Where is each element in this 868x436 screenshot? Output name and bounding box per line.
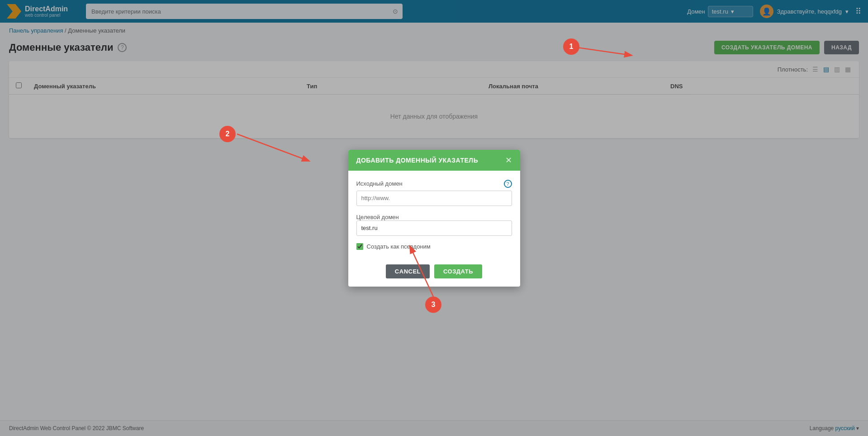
alias-checkbox[interactable] [356,243,363,250]
modal-footer: CANCEL СОЗДАТЬ [348,259,520,287]
modal-overlay[interactable]: ДОБАВИТЬ ДОМЕННЫЙ УКАЗАТЕЛЬ ✕ Исходный д… [0,0,868,436]
modal-header: ДОБАВИТЬ ДОМЕННЫЙ УКАЗАТЕЛЬ ✕ [348,150,520,171]
modal: ДОБАВИТЬ ДОМЕННЫЙ УКАЗАТЕЛЬ ✕ Исходный д… [348,150,520,287]
target-domain-input[interactable] [356,220,512,236]
source-label-row: Исходный домен ? [356,180,512,188]
submit-button[interactable]: СОЗДАТЬ [434,264,482,278]
alias-label: Создать как псевдоним [367,243,431,250]
source-domain-input[interactable] [356,191,512,206]
modal-body: Исходный домен ? Целевой домен Создать к… [348,171,520,259]
cancel-button[interactable]: CANCEL [386,264,430,278]
target-domain-group: Целевой домен [356,213,512,236]
alias-checkbox-row: Создать как псевдоним [356,243,512,250]
modal-close-button[interactable]: ✕ [505,156,512,164]
modal-title: ДОБАВИТЬ ДОМЕННЫЙ УКАЗАТЕЛЬ [356,157,479,164]
source-domain-group: Исходный домен ? [356,180,512,206]
source-domain-label: Исходный домен [356,180,403,187]
target-domain-label: Целевой домен [356,214,399,220]
source-help-icon[interactable]: ? [504,180,512,188]
